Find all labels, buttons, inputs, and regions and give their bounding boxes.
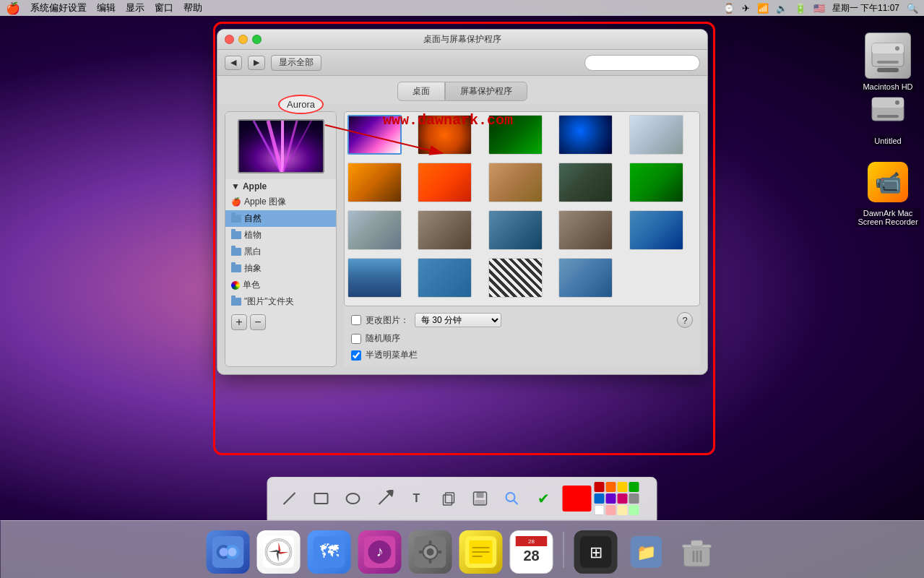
menu-window[interactable]: 窗口 (155, 1, 173, 14)
menubar-left: 🍎 系统偏好设置 编辑 显示 窗口 帮助 (6, 1, 202, 15)
dock-stickies[interactable] (459, 530, 502, 574)
random-checkbox[interactable] (351, 334, 361, 344)
rect-tool[interactable] (308, 486, 334, 512)
color-cell-6[interactable] (606, 493, 616, 504)
thumb-ladybug[interactable] (629, 163, 683, 202)
dock-itunes[interactable]: ♪ (358, 530, 401, 574)
dock-calendar[interactable]: 28 28 (509, 530, 553, 574)
confirm-tool[interactable]: ✔ (531, 486, 557, 512)
safari-icon (256, 530, 300, 574)
sidebar-item-plants[interactable]: 植物 (225, 227, 336, 243)
color-cell-2[interactable] (606, 482, 616, 492)
spotlight-tool[interactable] (499, 486, 525, 512)
color-cell-11[interactable] (618, 505, 628, 515)
oval-tool[interactable] (340, 486, 366, 512)
color-cell-8[interactable] (629, 493, 639, 504)
thumb-greenleaf[interactable] (488, 115, 543, 155)
red-color-swatch[interactable] (563, 486, 592, 512)
desktop-icon-dawnark[interactable]: 📹 DawnArk Mac Screen Recorder (855, 159, 920, 227)
save-tool[interactable] (467, 486, 493, 512)
back-button[interactable]: ◀ (225, 56, 242, 70)
thumb-aurora[interactable] (347, 115, 402, 155)
line-tool[interactable] (277, 486, 303, 512)
tab-screensaver[interactable]: 屏幕保护程序 (445, 82, 527, 101)
color-cell-4[interactable] (629, 482, 639, 492)
sidebar-item-bw[interactable]: 黑白 (225, 243, 336, 260)
menu-edit[interactable]: 编辑 (97, 1, 116, 14)
color-cell-9[interactable] (595, 505, 605, 515)
thumb-blue2[interactable] (418, 258, 472, 298)
add-button[interactable]: + (231, 314, 247, 330)
sidebar-item-solid[interactable]: 单色 (225, 277, 336, 293)
thumb-wave[interactable] (629, 115, 683, 155)
help-button[interactable]: ? (677, 312, 693, 328)
color-cell-3[interactable] (618, 482, 628, 492)
thumb-reflect[interactable] (347, 258, 402, 298)
thumb-sand[interactable] (558, 258, 613, 298)
sidebar-item-nature[interactable]: 自然 (225, 210, 336, 227)
tab-desktop[interactable]: 桌面 (397, 82, 445, 101)
forward-button[interactable]: ▶ (248, 56, 265, 70)
thumb-orange[interactable] (418, 163, 472, 202)
color-cell-5[interactable] (595, 493, 605, 504)
change-image-checkbox[interactable] (351, 315, 361, 325)
sidebar: ▼ Apple 🍎 Apple 图像 自然 植物 黑白 (225, 111, 337, 367)
minimize-button[interactable] (238, 35, 248, 44)
show-all-button[interactable]: 显示全部 (271, 55, 321, 71)
text-tool[interactable]: T (404, 486, 430, 512)
tree-parent-apple[interactable]: ▼ Apple (225, 179, 336, 194)
desktop-icon-macintosh-hd[interactable]: Macintosh HD (859, 33, 917, 92)
remove-button[interactable]: − (250, 314, 266, 330)
thumb-desert[interactable] (488, 163, 543, 202)
svg-rect-18 (315, 493, 328, 504)
color-cell-10[interactable] (606, 505, 616, 515)
interval-select[interactable]: 每 30 分钟 (415, 313, 501, 327)
color-cell-1[interactable] (595, 482, 605, 492)
sidebar-item-pictures[interactable]: "图片"文件夹 (225, 293, 336, 310)
menu-display[interactable]: 显示 (126, 1, 144, 14)
change-image-label: 更改图片： (366, 314, 409, 327)
translucent-checkbox[interactable] (351, 350, 361, 361)
thumb-blue-blur[interactable] (629, 210, 683, 250)
thumb-earth[interactable] (558, 115, 613, 155)
menu-help[interactable]: 帮助 (183, 1, 202, 14)
thumb-clownfish[interactable] (418, 115, 472, 155)
copy-tool[interactable] (436, 486, 462, 512)
color-cell-12[interactable] (629, 505, 639, 515)
thumb-sunset[interactable] (347, 163, 402, 202)
dock-launchpad[interactable]: ⊞ (574, 530, 617, 574)
thumb-foggy[interactable] (347, 210, 402, 250)
search-input[interactable] (584, 55, 700, 71)
dock-maps[interactable]: 🗺 (307, 530, 350, 574)
close-button[interactable] (225, 35, 234, 44)
sidebar-label-plants: 植物 (244, 229, 262, 241)
dock-safari[interactable] (256, 530, 300, 574)
window-title: 桌面与屏幕保护程序 (423, 33, 501, 46)
thumb-zebra[interactable] (488, 258, 543, 298)
add-remove-row: + − (231, 314, 330, 330)
svg-rect-7 (877, 115, 899, 118)
thumb-pebbles[interactable] (558, 210, 613, 250)
folder-icon-plants (231, 231, 241, 239)
color-cell-7[interactable] (618, 493, 628, 504)
search-wrapper: 🔍 (584, 55, 700, 71)
menubar-right: ⌚ ✈ 📶 🔊 🔋 🇺🇸 星期一 下午11:07 🔍 (723, 2, 918, 14)
svg-text:28: 28 (523, 548, 539, 564)
thumb-mountain[interactable] (558, 163, 613, 202)
dock-downloads[interactable]: 📁 (624, 530, 668, 574)
sidebar-item-apple-images[interactable]: 🍎 Apple 图像 (225, 194, 336, 210)
dock-sysprefs[interactable] (408, 530, 452, 574)
dock-finder[interactable] (206, 530, 249, 574)
search-menu-icon[interactable]: 🔍 (907, 3, 918, 14)
thumb-stones[interactable] (418, 210, 472, 250)
sidebar-label-pictures: "图片"文件夹 (244, 296, 294, 308)
apple-menu[interactable]: 🍎 (6, 1, 20, 15)
desktop-icon-untitled[interactable]: Untitled (859, 87, 917, 146)
arrow-tool[interactable] (372, 486, 398, 512)
thumb-water1[interactable] (488, 210, 543, 250)
sidebar-item-abstract[interactable]: 抽象 (225, 260, 336, 277)
dock-trash[interactable] (675, 530, 718, 574)
dock-separator (563, 532, 564, 568)
maximize-button[interactable] (252, 35, 262, 44)
menu-sysprefs[interactable]: 系统偏好设置 (30, 1, 87, 14)
